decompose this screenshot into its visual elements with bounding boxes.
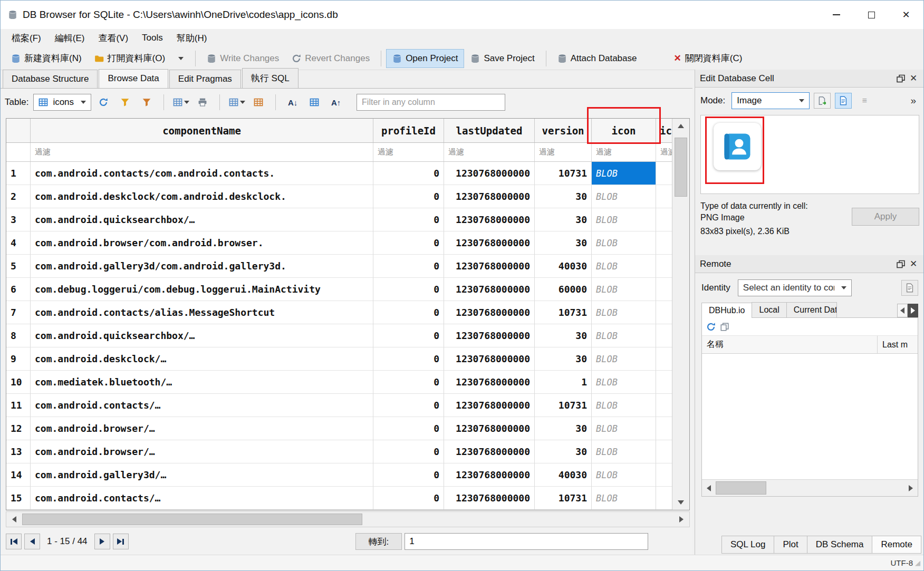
clear-filters-button[interactable] xyxy=(116,93,134,111)
vertical-scrollbar[interactable] xyxy=(672,119,689,510)
delete-record-button[interactable] xyxy=(249,93,268,111)
profile-id-cell[interactable]: 0 xyxy=(373,487,444,510)
clipped-cell[interactable] xyxy=(656,208,672,231)
component-name-cell[interactable]: com.android.quicksearchbox/… xyxy=(31,208,373,231)
save-project-button[interactable]: Save Project xyxy=(464,49,541,68)
icon-blob-cell[interactable]: BLOB xyxy=(592,347,656,371)
tab-scroll-right-button[interactable] xyxy=(908,304,918,317)
component-name-cell[interactable]: com.android.contacts/alias.MessageShortc… xyxy=(31,301,373,324)
apply-button[interactable]: Apply xyxy=(852,208,919,226)
version-cell[interactable]: 30 xyxy=(535,440,592,463)
float-panel-button[interactable] xyxy=(894,258,907,270)
component-name-cell[interactable]: com.debug.loggerui/com.debug.loggerui.Ma… xyxy=(31,278,373,301)
row-number-cell[interactable]: 9 xyxy=(6,347,31,371)
profile-id-cell[interactable]: 0 xyxy=(373,208,444,231)
component-name-cell[interactable]: com.android.browser/… xyxy=(31,417,373,440)
row-number-cell[interactable]: 2 xyxy=(6,185,31,208)
table-row[interactable]: 12com.android.browser/…0123076800000030B… xyxy=(6,417,672,440)
clipped-cell[interactable] xyxy=(656,162,672,185)
profile-id-cell[interactable]: 0 xyxy=(373,347,444,371)
last-updated-cell[interactable]: 1230768000000 xyxy=(444,231,535,255)
icon-blob-cell[interactable]: BLOB xyxy=(592,394,656,417)
open-project-button[interactable]: Open Project xyxy=(386,49,464,68)
version-cell[interactable]: 30 xyxy=(535,185,592,208)
table-row[interactable]: 14com.android.gallery3d/…012307680000004… xyxy=(6,463,672,487)
new-database-button[interactable]: 新建資料庫(N) xyxy=(5,48,88,69)
previous-page-button[interactable] xyxy=(24,534,40,549)
last-updated-cell[interactable]: 1230768000000 xyxy=(444,255,535,278)
last-updated-cell[interactable]: 1230768000000 xyxy=(444,278,535,301)
sort-ascending-button[interactable]: A↓ xyxy=(283,93,302,111)
icon-blob-cell[interactable]: BLOB xyxy=(592,463,656,487)
last-page-button[interactable] xyxy=(113,534,129,549)
scroll-left-button[interactable] xyxy=(6,512,22,527)
filter-input-componentname[interactable]: 過濾 xyxy=(31,143,373,161)
clipped-cell[interactable] xyxy=(656,487,672,510)
component-name-cell[interactable]: com.android.gallery3d/com.android.galler… xyxy=(31,255,373,278)
filter-input-version[interactable]: 過濾 xyxy=(535,143,592,161)
table-row[interactable]: 6com.debug.loggerui/com.debug.loggerui.M… xyxy=(6,278,672,301)
filter-input-clipped[interactable]: 過濾 xyxy=(656,143,672,161)
row-number-cell[interactable]: 1 xyxy=(6,162,31,185)
last-updated-cell[interactable]: 1230768000000 xyxy=(444,301,535,324)
table-row[interactable]: 3com.android.quicksearchbox/…01230768000… xyxy=(6,208,672,231)
profile-id-cell[interactable]: 0 xyxy=(373,278,444,301)
menu-help[interactable]: 幫助(H) xyxy=(170,30,214,47)
clipped-cell[interactable] xyxy=(656,255,672,278)
icon-blob-cell[interactable]: BLOB xyxy=(592,208,656,231)
table-row[interactable]: 15com.android.contacts/…0123076800000010… xyxy=(6,487,672,510)
tab-local[interactable]: Local xyxy=(752,302,786,317)
last-updated-cell[interactable]: 1230768000000 xyxy=(444,185,535,208)
next-page-button[interactable] xyxy=(94,534,110,549)
column-header-clipped[interactable]: ic xyxy=(656,119,672,142)
column-header-version[interactable]: version xyxy=(535,119,592,142)
clipped-cell[interactable] xyxy=(656,347,672,371)
row-number-cell[interactable]: 4 xyxy=(6,231,31,255)
tab-scroll-left-button[interactable] xyxy=(897,304,908,317)
icon-blob-cell[interactable]: BLOB xyxy=(592,440,656,463)
horizontal-scroll-track[interactable] xyxy=(22,512,673,527)
column-header-profileid[interactable]: profileId xyxy=(373,119,444,142)
horizontal-scroll-thumb[interactable] xyxy=(716,481,766,495)
row-number-cell[interactable]: 3 xyxy=(6,208,31,231)
menu-file[interactable]: 檔案(F) xyxy=(5,30,48,47)
row-number-cell[interactable]: 13 xyxy=(6,440,31,463)
row-number-cell[interactable]: 6 xyxy=(6,278,31,301)
table-row[interactable]: 4com.android.browser/com.android.browser… xyxy=(6,231,672,255)
table-row[interactable]: 9com.android.deskclock/…0123076800000030… xyxy=(6,347,672,371)
version-cell[interactable]: 10731 xyxy=(535,394,592,417)
last-updated-cell[interactable]: 1230768000000 xyxy=(444,417,535,440)
menu-edit[interactable]: 編輯(E) xyxy=(48,30,92,47)
profile-id-cell[interactable]: 0 xyxy=(373,162,444,185)
profile-id-cell[interactable]: 0 xyxy=(373,440,444,463)
remote-column-lastmodified[interactable]: Last m xyxy=(878,336,918,353)
mode-select[interactable]: Image xyxy=(732,92,810,109)
tab-execute-sql[interactable]: 執行 SQL xyxy=(242,68,299,88)
profile-id-cell[interactable]: 0 xyxy=(373,255,444,278)
component-name-cell[interactable]: com.android.contacts/… xyxy=(31,487,373,510)
row-number-cell[interactable]: 15 xyxy=(6,487,31,510)
row-number-cell[interactable]: 5 xyxy=(6,255,31,278)
attach-database-button[interactable]: Attach Database xyxy=(551,49,643,68)
row-number-cell[interactable]: 11 xyxy=(6,394,31,417)
table-row[interactable]: 5com.android.gallery3d/com.android.galle… xyxy=(6,255,672,278)
row-number-cell[interactable]: 8 xyxy=(6,324,31,347)
float-panel-button[interactable] xyxy=(894,73,907,84)
import-data-button[interactable] xyxy=(814,93,831,109)
icon-blob-cell[interactable]: BLOB xyxy=(592,255,656,278)
scroll-up-button[interactable] xyxy=(672,119,689,133)
clipped-cell[interactable] xyxy=(656,185,672,208)
tab-browse-data[interactable]: Browse Data xyxy=(99,69,168,89)
dock-tab-plot[interactable]: Plot xyxy=(774,536,807,554)
table-row[interactable]: 7com.android.contacts/alias.MessageShort… xyxy=(6,301,672,324)
version-cell[interactable]: 40030 xyxy=(535,255,592,278)
scroll-right-button[interactable] xyxy=(673,512,689,527)
sort-descending-button[interactable]: A↑ xyxy=(326,93,345,111)
row-number-cell[interactable]: 14 xyxy=(6,463,31,487)
row-number-cell[interactable]: 10 xyxy=(6,371,31,394)
maximize-button[interactable] xyxy=(854,1,889,29)
last-updated-cell[interactable]: 1230768000000 xyxy=(444,463,535,487)
tab-edit-pragmas[interactable]: Edit Pragmas xyxy=(169,70,241,88)
row-number-cell[interactable]: 12 xyxy=(6,417,31,440)
icon-blob-cell[interactable]: BLOB xyxy=(592,417,656,440)
